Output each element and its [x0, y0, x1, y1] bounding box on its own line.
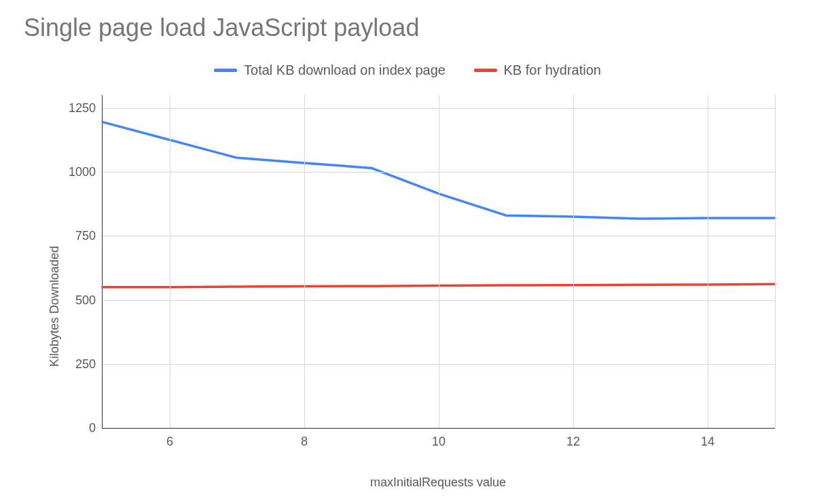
gridline-vertical	[439, 95, 439, 428]
gridline-vertical	[775, 95, 776, 428]
gridline-vertical	[573, 95, 574, 428]
x-tick-label: 10	[432, 435, 446, 449]
gridline-vertical	[170, 95, 170, 428]
y-tick-label: 1250	[69, 101, 96, 115]
x-axis-label: maxInitialRequests value	[370, 475, 506, 490]
y-tick-label: 750	[75, 229, 96, 243]
legend-label-total: Total KB download on index page	[244, 62, 446, 78]
x-tick-label: 14	[701, 435, 714, 449]
x-tick-label: 12	[566, 435, 580, 449]
gridline-vertical	[304, 95, 305, 428]
y-axis-label: Kilobytes Downloaded	[48, 246, 62, 367]
legend-item-hydration: KB for hydration	[474, 62, 601, 78]
legend-item-total: Total KB download on index page	[214, 62, 446, 78]
legend-swatch-total	[214, 69, 237, 72]
y-tick-label: 1000	[69, 165, 96, 179]
legend: Total KB download on index page KB for h…	[0, 60, 815, 78]
legend-label-hydration: KB for hydration	[504, 62, 601, 78]
y-tick-label: 500	[75, 293, 96, 307]
chart-title: Single page load JavaScript payload	[24, 14, 419, 42]
gridline-vertical	[708, 95, 708, 428]
chart-container: Single page load JavaScript payload Tota…	[0, 0, 815, 504]
y-tick-label: 0	[89, 421, 96, 435]
x-tick-label: 8	[301, 435, 308, 449]
y-tick-label: 250	[75, 357, 96, 371]
legend-swatch-hydration	[474, 69, 497, 72]
x-tick-label: 6	[166, 435, 173, 449]
plot-area: 02505007501000125068101214	[102, 95, 775, 429]
